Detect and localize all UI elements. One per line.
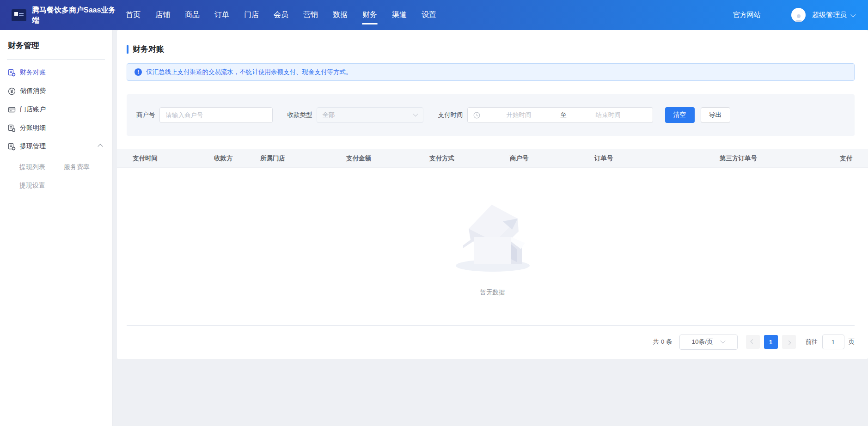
column-header: 支付 bbox=[840, 149, 852, 168]
column-header: 支付时间 bbox=[133, 149, 158, 168]
sidebar-item-split-detail[interactable]: 分账明细 bbox=[0, 119, 112, 137]
column-header: 所属门店 bbox=[260, 149, 285, 168]
column-header: 第三方订单号 bbox=[720, 149, 757, 168]
ledger-coin-icon bbox=[8, 69, 16, 77]
export-button[interactable]: 导出 bbox=[701, 107, 730, 123]
range-separator: 至 bbox=[557, 111, 569, 119]
sidebar-subitem-withdraw-settings[interactable]: 提现设置 bbox=[0, 176, 64, 195]
ledger-coin-icon bbox=[8, 124, 16, 132]
chevron-right-icon bbox=[787, 340, 791, 345]
page-size-select[interactable]: 10条/页 bbox=[679, 335, 738, 350]
clock-icon bbox=[473, 112, 480, 119]
withdraw-submenu: 提现列表 服务费率 提现设置 bbox=[0, 158, 112, 195]
goto-label: 前往 bbox=[806, 338, 818, 346]
sidebar-item-stored-value[interactable]: 储值消费 bbox=[0, 82, 112, 100]
app-title: 腾马餐饮多商户Saas业务端 bbox=[32, 5, 120, 25]
empty-state: 暂无数据 bbox=[117, 193, 868, 297]
info-alert: ! 仅汇总线上支付渠道的交易流水，不统计使用余额支付、现金支付等方式。 bbox=[127, 63, 855, 81]
merchant-id-input[interactable] bbox=[159, 107, 273, 123]
nav-item-stores[interactable]: 门店 bbox=[244, 0, 259, 30]
pagination-divider bbox=[127, 325, 855, 326]
column-header: 订单号 bbox=[594, 149, 613, 168]
nav-item-channels[interactable]: 渠道 bbox=[392, 0, 407, 30]
chevron-up-icon bbox=[98, 144, 103, 149]
sidebar-item-label: 提现管理 bbox=[20, 142, 46, 151]
nav-item-orders[interactable]: 订单 bbox=[214, 0, 229, 30]
page-number-current[interactable]: 1 bbox=[764, 335, 778, 349]
brand-block: 腾马餐饮多商户Saas业务端 bbox=[0, 5, 126, 25]
page-unit-label: 页 bbox=[849, 338, 855, 346]
chevron-down-icon bbox=[413, 111, 418, 116]
empty-text: 暂无数据 bbox=[117, 288, 868, 297]
sidebar-item-label: 门店账户 bbox=[20, 105, 46, 114]
sidebar-item-finance-reconciliation[interactable]: 财务对账 bbox=[0, 63, 112, 82]
payment-type-value: 全部 bbox=[323, 111, 414, 119]
nav-item-finance[interactable]: 财务 bbox=[362, 0, 377, 30]
column-header: 支付方式 bbox=[429, 149, 454, 168]
app-logo-icon bbox=[12, 9, 26, 21]
payment-time-label: 支付时间 bbox=[438, 111, 463, 119]
sidebar-menu: 财务对账 储值消费 门店账户 分账明细 bbox=[0, 63, 112, 156]
ledger-coin-icon bbox=[8, 143, 16, 151]
alert-text: 仅汇总线上支付渠道的交易流水，不统计使用余额支付、现金支付等方式。 bbox=[146, 68, 352, 76]
prev-page-button[interactable] bbox=[746, 335, 760, 349]
title-accent-bar bbox=[127, 45, 128, 54]
sidebar-item-label: 储值消费 bbox=[20, 87, 46, 95]
page-title: 财务对账 bbox=[127, 44, 868, 55]
sidebar-divider bbox=[7, 59, 105, 60]
user-name[interactable]: 超级管理员 bbox=[812, 11, 847, 19]
sidebar-item-label: 财务对账 bbox=[20, 68, 46, 77]
person-icon bbox=[794, 13, 804, 22]
sidebar-title: 财务管理 bbox=[0, 30, 112, 51]
sidebar-item-label: 分账明细 bbox=[20, 124, 46, 132]
sidebar: 财务管理 财务对账 储值消费 门店账户 bbox=[0, 30, 113, 426]
nav-item-members[interactable]: 会员 bbox=[274, 0, 288, 30]
end-time-placeholder[interactable]: 结束时间 bbox=[569, 111, 647, 119]
clear-button[interactable]: 清空 bbox=[665, 107, 695, 123]
header-right: 官方网站 超级管理员 bbox=[733, 0, 855, 30]
empty-box-illustration bbox=[446, 193, 539, 274]
bank-card-icon bbox=[8, 106, 16, 114]
filter-panel: 商户号 收款类型 全部 支付时间 开始时间 至 结束时间 清空 导出 bbox=[127, 94, 855, 136]
payment-time-range-picker[interactable]: 开始时间 至 结束时间 bbox=[467, 107, 653, 123]
chevron-left-icon bbox=[751, 339, 755, 344]
top-navbar: 腾马餐饮多商户Saas业务端 首页 店铺 商品 订单 门店 会员 营销 数据 财… bbox=[0, 0, 868, 30]
goto-page-input[interactable] bbox=[822, 335, 844, 349]
total-count: 共 0 条 bbox=[653, 338, 672, 346]
sidebar-item-store-accounts[interactable]: 门店账户 bbox=[0, 100, 112, 119]
column-header: 支付金额 bbox=[346, 149, 371, 168]
column-header: 商户号 bbox=[510, 149, 529, 168]
chevron-down-icon bbox=[850, 12, 856, 17]
column-header: 收款方 bbox=[214, 149, 233, 168]
payment-type-select[interactable]: 全部 bbox=[317, 107, 423, 123]
nav-item-home[interactable]: 首页 bbox=[126, 0, 141, 30]
app-screen: 腾马餐饮多商户Saas业务端 首页 店铺 商品 订单 门店 会员 营销 数据 财… bbox=[0, 0, 868, 426]
nav-item-shop[interactable]: 店铺 bbox=[155, 0, 170, 30]
main-nav: 首页 店铺 商品 订单 门店 会员 营销 数据 财务 渠道 设置 bbox=[126, 0, 451, 30]
next-page-button[interactable] bbox=[782, 335, 796, 349]
pagination: 共 0 条 10条/页 1 前往 页 bbox=[653, 334, 855, 350]
yen-circle-icon bbox=[8, 87, 16, 95]
official-site-link[interactable]: 官方网站 bbox=[733, 11, 761, 19]
nav-item-goods[interactable]: 商品 bbox=[185, 0, 200, 30]
main-content: 财务对账 ! 仅汇总线上支付渠道的交易流水，不统计使用余额支付、现金支付等方式。… bbox=[117, 30, 868, 359]
start-time-placeholder[interactable]: 开始时间 bbox=[480, 111, 558, 119]
page-size-value: 10条/页 bbox=[692, 338, 713, 346]
info-icon: ! bbox=[134, 68, 142, 76]
sidebar-subitem-withdraw-list[interactable]: 提现列表 bbox=[0, 158, 64, 176]
sidebar-item-withdraw-management[interactable]: 提现管理 bbox=[0, 137, 112, 156]
nav-item-settings[interactable]: 设置 bbox=[422, 0, 436, 30]
table-header-row: 支付时间 收款方 所属门店 支付金额 支付方式 商户号 订单号 第三方订单号 支… bbox=[117, 149, 868, 168]
merchant-id-label: 商户号 bbox=[136, 111, 155, 119]
nav-item-data[interactable]: 数据 bbox=[333, 0, 348, 30]
chevron-down-icon bbox=[721, 338, 726, 343]
user-avatar[interactable] bbox=[791, 8, 806, 22]
payment-type-label: 收款类型 bbox=[287, 111, 312, 119]
nav-item-marketing[interactable]: 营销 bbox=[303, 0, 318, 30]
